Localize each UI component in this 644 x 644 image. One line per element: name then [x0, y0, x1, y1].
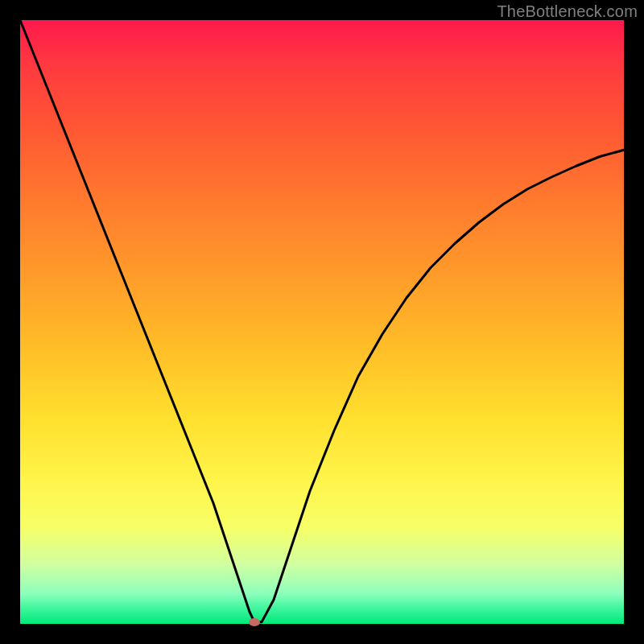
chart-frame: TheBottleneck.com: [0, 0, 644, 644]
watermark-text: TheBottleneck.com: [497, 2, 638, 21]
bottleneck-curve: [20, 20, 624, 624]
plot-area: [20, 20, 624, 624]
optimal-point-marker: [249, 618, 260, 626]
